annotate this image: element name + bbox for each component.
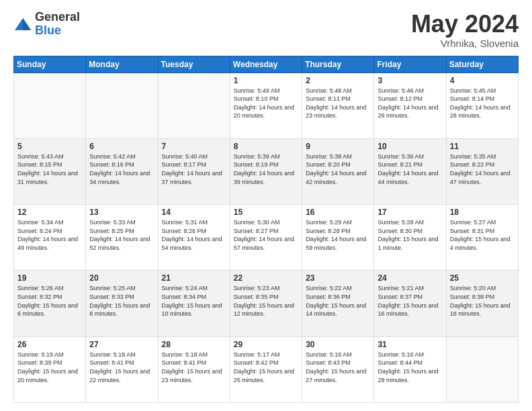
day-info: Sunrise: 5:27 AMSunset: 8:31 PMDaylight:… [450, 218, 515, 252]
day-number: 7 [162, 142, 226, 151]
weekday-header: Sunday [14, 56, 86, 73]
day-info: Sunrise: 5:16 AMSunset: 8:43 PMDaylight:… [306, 351, 370, 384]
day-number: 14 [162, 208, 226, 217]
day-number: 2 [306, 76, 370, 85]
day-number: 29 [234, 340, 298, 349]
calendar-cell: 25Sunrise: 5:20 AMSunset: 8:38 PMDayligh… [446, 271, 518, 336]
calendar-cell: 23Sunrise: 5:22 AMSunset: 8:36 PMDayligh… [302, 271, 374, 336]
day-info: Sunrise: 5:17 AMSunset: 8:42 PMDaylight:… [234, 351, 298, 384]
calendar-cell: 2Sunrise: 5:48 AMSunset: 8:11 PMDaylight… [302, 73, 374, 138]
weekday-header: Tuesday [158, 56, 230, 73]
calendar-week-row: 12Sunrise: 5:34 AMSunset: 8:24 PMDayligh… [14, 205, 519, 271]
day-number: 24 [378, 273, 442, 283]
calendar-cell [86, 73, 158, 138]
calendar-cell: 18Sunrise: 5:27 AMSunset: 8:31 PMDayligh… [446, 205, 518, 271]
day-number: 27 [89, 340, 154, 349]
calendar-cell: 30Sunrise: 5:16 AMSunset: 8:43 PMDayligh… [302, 336, 374, 402]
calendar-cell: 4Sunrise: 5:45 AMSunset: 8:14 PMDaylight… [446, 73, 518, 138]
day-number: 16 [306, 208, 370, 217]
calendar-cell: 17Sunrise: 5:28 AMSunset: 8:30 PMDayligh… [374, 205, 446, 271]
calendar-cell: 1Sunrise: 5:49 AMSunset: 8:10 PMDaylight… [230, 73, 302, 138]
day-number: 1 [234, 76, 298, 85]
calendar-cell: 22Sunrise: 5:23 AMSunset: 8:35 PMDayligh… [230, 271, 302, 336]
day-number: 12 [17, 208, 82, 217]
calendar-cell: 12Sunrise: 5:34 AMSunset: 8:24 PMDayligh… [14, 205, 86, 271]
day-info: Sunrise: 5:38 AMSunset: 8:20 PMDaylight:… [306, 152, 370, 186]
day-number: 20 [89, 273, 154, 283]
calendar-cell: 20Sunrise: 5:25 AMSunset: 8:33 PMDayligh… [86, 271, 158, 336]
weekday-header: Thursday [302, 56, 374, 73]
logo-text: General Blue [35, 11, 80, 38]
logo-general: General [35, 11, 80, 24]
day-number: 18 [450, 208, 515, 217]
calendar-cell: 10Sunrise: 5:36 AMSunset: 8:21 PMDayligh… [374, 138, 446, 204]
day-number: 17 [378, 208, 442, 217]
weekday-header: Saturday [446, 56, 518, 73]
day-number: 25 [450, 273, 515, 283]
day-info: Sunrise: 5:49 AMSunset: 8:10 PMDaylight:… [234, 87, 298, 120]
calendar-week-row: 5Sunrise: 5:43 AMSunset: 8:15 PMDaylight… [14, 138, 519, 204]
day-number: 4 [450, 76, 515, 85]
calendar-week-row: 19Sunrise: 5:26 AMSunset: 8:32 PMDayligh… [14, 271, 519, 336]
day-number: 30 [306, 340, 370, 349]
day-number: 28 [162, 340, 226, 349]
day-info: Sunrise: 5:16 AMSunset: 8:44 PMDaylight:… [378, 351, 442, 384]
day-info: Sunrise: 5:24 AMSunset: 8:34 PMDaylight:… [162, 284, 226, 318]
calendar-cell: 8Sunrise: 5:39 AMSunset: 8:19 PMDaylight… [230, 138, 302, 204]
day-info: Sunrise: 5:30 AMSunset: 8:27 PMDaylight:… [234, 218, 298, 252]
day-number: 10 [378, 142, 442, 151]
weekday-header: Wednesday [230, 56, 302, 73]
day-number: 26 [17, 340, 82, 349]
day-info: Sunrise: 5:26 AMSunset: 8:32 PMDaylight:… [17, 284, 82, 318]
logo-icon [13, 15, 32, 34]
calendar-cell: 28Sunrise: 5:18 AMSunset: 8:41 PMDayligh… [158, 336, 230, 402]
calendar-cell: 5Sunrise: 5:43 AMSunset: 8:15 PMDaylight… [14, 138, 86, 204]
page: General Blue May 2024 Vrhnika, Slovenia … [0, 0, 532, 411]
calendar-table: SundayMondayTuesdayWednesdayThursdayFrid… [13, 56, 519, 403]
calendar-cell [158, 73, 230, 138]
calendar-cell: 6Sunrise: 5:42 AMSunset: 8:16 PMDaylight… [86, 138, 158, 204]
day-info: Sunrise: 5:48 AMSunset: 8:11 PMDaylight:… [306, 87, 370, 120]
day-number: 8 [234, 142, 298, 151]
header: General Blue May 2024 Vrhnika, Slovenia [13, 11, 519, 49]
weekday-header: Monday [86, 56, 158, 73]
day-info: Sunrise: 5:18 AMSunset: 8:41 PMDaylight:… [162, 351, 226, 384]
calendar-cell: 31Sunrise: 5:16 AMSunset: 8:44 PMDayligh… [374, 336, 446, 402]
day-number: 13 [89, 208, 154, 217]
day-info: Sunrise: 5:42 AMSunset: 8:16 PMDaylight:… [89, 152, 154, 186]
title-block: May 2024 Vrhnika, Slovenia [411, 11, 519, 49]
day-number: 31 [378, 340, 442, 349]
calendar-cell: 14Sunrise: 5:31 AMSunset: 8:26 PMDayligh… [158, 205, 230, 271]
day-number: 23 [306, 273, 370, 283]
calendar-cell: 11Sunrise: 5:35 AMSunset: 8:22 PMDayligh… [446, 138, 518, 204]
day-info: Sunrise: 5:18 AMSunset: 8:41 PMDaylight:… [89, 351, 154, 384]
day-info: Sunrise: 5:46 AMSunset: 8:12 PMDaylight:… [378, 87, 442, 120]
calendar-week-row: 26Sunrise: 5:19 AMSunset: 8:39 PMDayligh… [14, 336, 519, 402]
weekday-header: Friday [374, 56, 446, 73]
day-info: Sunrise: 5:31 AMSunset: 8:26 PMDaylight:… [162, 218, 226, 252]
day-number: 9 [306, 142, 370, 151]
day-info: Sunrise: 5:45 AMSunset: 8:14 PMDaylight:… [450, 87, 515, 120]
calendar-week-row: 1Sunrise: 5:49 AMSunset: 8:10 PMDaylight… [14, 73, 519, 138]
logo: General Blue [13, 11, 80, 38]
day-info: Sunrise: 5:25 AMSunset: 8:33 PMDaylight:… [89, 284, 154, 318]
day-info: Sunrise: 5:33 AMSunset: 8:25 PMDaylight:… [89, 218, 154, 252]
calendar-cell: 26Sunrise: 5:19 AMSunset: 8:39 PMDayligh… [14, 336, 86, 402]
day-number: 6 [89, 142, 154, 151]
calendar-cell: 9Sunrise: 5:38 AMSunset: 8:20 PMDaylight… [302, 138, 374, 204]
day-info: Sunrise: 5:39 AMSunset: 8:19 PMDaylight:… [234, 152, 298, 186]
calendar-cell: 19Sunrise: 5:26 AMSunset: 8:32 PMDayligh… [14, 271, 86, 336]
day-info: Sunrise: 5:43 AMSunset: 8:15 PMDaylight:… [17, 152, 82, 186]
calendar-cell: 16Sunrise: 5:29 AMSunset: 8:28 PMDayligh… [302, 205, 374, 271]
month-title: May 2024 [411, 11, 519, 38]
calendar-cell: 3Sunrise: 5:46 AMSunset: 8:12 PMDaylight… [374, 73, 446, 138]
calendar-cell [446, 336, 518, 402]
weekday-header-row: SundayMondayTuesdayWednesdayThursdayFrid… [14, 56, 519, 73]
svg-marker-1 [23, 18, 31, 30]
day-number: 3 [378, 76, 442, 85]
day-info: Sunrise: 5:22 AMSunset: 8:36 PMDaylight:… [306, 284, 370, 318]
day-number: 21 [162, 273, 226, 283]
calendar-cell: 27Sunrise: 5:18 AMSunset: 8:41 PMDayligh… [86, 336, 158, 402]
day-info: Sunrise: 5:21 AMSunset: 8:37 PMDaylight:… [378, 284, 442, 318]
day-info: Sunrise: 5:36 AMSunset: 8:21 PMDaylight:… [378, 152, 442, 186]
